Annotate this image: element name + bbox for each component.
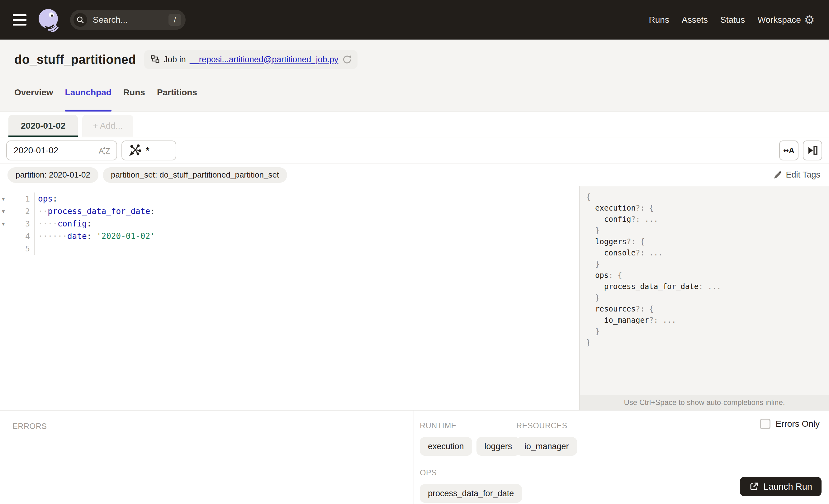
code-segment: : [87,231,92,241]
code-segment: : [87,219,92,228]
nav-workspace[interactable]: Workspace [757,15,801,25]
schema-segment [586,282,604,291]
launchpad-config-tabs: 2020-01-02 + Add... [0,112,829,137]
settings-gear-icon[interactable]: ⚙ [804,14,815,26]
pencil-icon [773,171,782,179]
line-number: 2 [9,207,34,216]
job-badge-prefix: Job in [164,55,186,65]
schema-line: } [586,225,829,236]
schema-segment: console [604,249,636,257]
schema-segment: : ... [698,282,721,291]
schema-segment: loggers [595,237,626,246]
config-tab-label: 2020-01-02 [21,121,65,131]
schema-segment: : { [609,271,622,280]
svg-text:Z: Z [106,147,110,155]
op-selector[interactable]: * [121,141,176,160]
schema-segment: io_manager [604,316,649,325]
ops-pills: process_data_for_date [420,484,516,503]
code-segment: ops [38,194,52,204]
schema-line: process_data_for_date: ... [586,281,829,292]
job-header: do_stuff_partitioned Job in __reposi...a… [0,40,829,112]
schema-line: ops: { [586,270,829,281]
errors-only-label: Errors Only [776,419,820,429]
fold-arrow-icon[interactable]: ▾ [0,220,9,227]
schema-line: resources?: { [586,303,829,315]
bottom-panel: ERRORS RUNTIME executionloggers OPS proc… [0,410,829,504]
job-schema-icon [150,55,160,64]
schema-line: console?: ... [586,247,829,258]
errors-only-toggle[interactable]: Errors Only [760,419,820,429]
launch-run-label: Launch Run [764,481,812,492]
code-segment: process_data_for_date [48,207,150,216]
job-file-link[interactable]: __reposi...artitioned@partitioned_job.py [190,55,338,65]
config-sections: RUNTIME executionloggers OPS process_dat… [414,410,829,504]
edit-tags-button[interactable]: Edit Tags [773,170,820,180]
fold-arrow-icon[interactable]: ▾ [0,195,9,203]
schema-segment: } [586,338,590,347]
partition-select-input[interactable] [14,145,98,155]
tab-runs[interactable]: Runs [123,87,145,111]
op-selector-value: * [146,145,149,156]
launch-run-button[interactable]: Launch Run [740,477,822,496]
editor-line: 5 [0,242,579,255]
schema-segment: execution [595,204,636,212]
tags-row: partition: 2020-01-02partition_set: do_s… [0,164,829,186]
gutter-cell: 5 [0,242,35,255]
ops-label: OPS [420,468,516,477]
reload-icon[interactable] [342,55,351,64]
config-pill-loggers: loggers [476,437,520,456]
schema-segment: ?: ... [631,215,658,224]
nav-runs[interactable]: Runs [649,15,669,25]
editor-line: ▾3····config: [0,217,579,230]
nav-assets[interactable]: Assets [682,15,708,25]
top-nav-links: RunsAssetsStatusWorkspace [649,15,801,25]
add-config-tab-button[interactable]: + Add... [82,115,133,137]
tab-launchpad[interactable]: Launchpad [65,87,111,111]
editor-line: ▾2··process_data_for_date: [0,205,579,217]
tab-overview[interactable]: Overview [14,87,53,111]
fold-arrow-icon[interactable]: ▾ [0,208,9,215]
schema-line: config?: ... [586,214,829,225]
nav-status[interactable]: Status [720,15,745,25]
config-pill-io-manager: io_manager [516,437,577,456]
sort-alphabetical-icon: A Z [98,144,111,157]
page-title: do_stuff_partitioned [14,52,136,67]
schema-segment [586,226,595,235]
code-segment: date [67,231,87,241]
config-editor[interactable]: ▾1ops:▾2··process_data_for_date:▾3····co… [0,186,579,410]
code-text: ··process_data_for_date: [35,207,155,216]
schema-line: } [586,292,829,303]
gutter-cell: ▾3 [0,217,35,230]
code-segment: ···· [38,219,58,228]
tab-partitions[interactable]: Partitions [157,87,197,111]
schema-segment: ?: { [636,204,654,212]
schema-segment: config [604,215,631,224]
schema-line: { [586,191,829,203]
code-text: ······date: '2020-01-02' [35,231,155,241]
schema-segment: { [586,192,590,201]
schema-line: execution?: { [586,203,829,214]
editor-line: ▾1ops: [0,192,579,205]
tab-label: Partitions [157,87,197,97]
external-launch-icon [749,482,759,491]
launchpad-main: ▾1ops:▾2··process_data_for_date:▾3····co… [0,186,829,410]
config-tab-active[interactable]: 2020-01-02 [8,115,78,137]
tag-pill: partition_set: do_stuff_partitioned_part… [103,167,287,183]
schema-segment [586,293,595,302]
dagster-logo-icon[interactable] [36,8,61,32]
schema-line: } [586,337,829,348]
schema-segment: } [595,327,600,336]
errors-only-checkbox[interactable] [760,419,770,429]
runtime-label: RUNTIME [420,421,516,430]
toggle-whitespace-button[interactable]: ••A [779,141,798,160]
hamburger-menu-icon[interactable] [13,14,27,26]
partition-select[interactable]: A Z [6,141,117,160]
search-input[interactable] [93,15,169,25]
schema-segment [586,237,595,246]
schema-line: io_manager?: ... [586,315,829,326]
scaffold-config-button[interactable] [803,141,822,160]
schema-segment [586,215,604,224]
gutter-cell: 4 [0,230,35,242]
global-search[interactable]: / [70,10,186,30]
schema-segment [586,316,604,325]
